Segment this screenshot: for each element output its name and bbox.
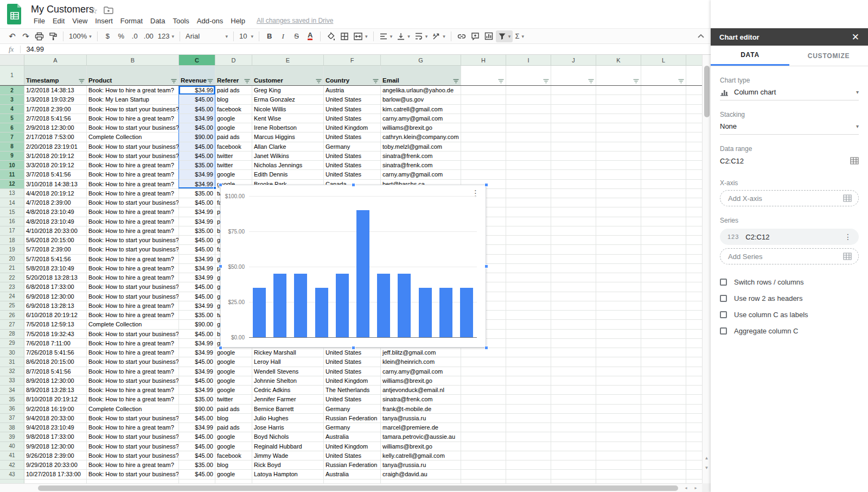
cell-L15[interactable] [641, 207, 686, 217]
cell-F7[interactable]: United States [324, 133, 381, 142]
cell-E42[interactable]: Rick Boyd [252, 461, 324, 470]
menu-insert[interactable]: Insert [91, 16, 117, 26]
row-header-42[interactable]: 42 [0, 461, 24, 470]
cell-J21[interactable] [551, 264, 596, 273]
cell-I23[interactable] [506, 282, 551, 292]
selection-handle[interactable] [484, 346, 488, 350]
cell-C3[interactable]: $45.00 [178, 95, 215, 104]
cell-C37[interactable]: $45.00 [179, 414, 215, 423]
cell-C18[interactable]: $45.00 [179, 236, 215, 245]
cell-D32[interactable]: google [215, 367, 252, 376]
document-title[interactable]: My Customers [31, 4, 94, 15]
cell-K16[interactable] [596, 217, 641, 226]
cell-C22[interactable]: $34.99 [179, 273, 215, 282]
cell-J4[interactable] [551, 105, 596, 114]
row-header-32[interactable]: 32 [0, 367, 24, 376]
row-header-23[interactable]: 23 [0, 282, 24, 292]
cell-L24[interactable] [641, 292, 686, 301]
cell-B32[interactable]: Book: How to hire a great team? [87, 367, 179, 376]
toolbar-text-color[interactable]: A [303, 30, 317, 42]
cell-E43[interactable]: Latoya Hampton [252, 470, 324, 479]
cell-L11[interactable] [641, 170, 686, 179]
toolbar-strikethrough[interactable]: S [290, 30, 303, 42]
cell-B30[interactable]: Book: How to hire a great team? [87, 348, 179, 357]
cell-C6[interactable]: $45.00 [178, 123, 215, 133]
cell-G4[interactable]: kim.catrell@gmail.com [381, 105, 461, 114]
cell-A4[interactable]: 1/7/2018 2:39:00 [24, 105, 87, 114]
cell-J40[interactable] [551, 442, 596, 451]
cell-C19[interactable]: $45.00 [179, 245, 215, 254]
cell-G9[interactable]: sinatra@frenk.com [381, 152, 461, 161]
cell-B28[interactable]: Book: How to start your business? [87, 330, 179, 339]
row-header-12[interactable]: 12 [0, 180, 24, 189]
row-header-1[interactable]: 1 [0, 66, 24, 85]
cell-D6[interactable]: google [215, 123, 252, 133]
cell-L3[interactable] [641, 95, 686, 104]
cell-J41[interactable] [551, 451, 596, 461]
cell-B41[interactable]: Book: How to start your business? [87, 451, 179, 461]
cell-H5[interactable] [461, 114, 506, 123]
cell-K19[interactable] [596, 245, 641, 254]
checkbox-switch-rows-columns[interactable]: Switch rows / columns [720, 276, 859, 287]
checkbox-use-column-c-as-labels[interactable]: Use column C as labels [720, 309, 859, 320]
row-header-19[interactable]: 19 [0, 245, 24, 254]
cell-I42[interactable] [506, 461, 551, 470]
cell-I28[interactable] [506, 330, 551, 339]
row-header-10[interactable]: 10 [0, 161, 24, 170]
cell-H38[interactable] [461, 423, 506, 432]
cell-B38[interactable]: Book: How to hire a great team? [87, 423, 179, 432]
cell-I22[interactable] [506, 273, 551, 282]
cell-F37[interactable]: Russian Federation [324, 414, 381, 423]
cell-C20[interactable]: $34.99 [179, 255, 215, 264]
cell-J33[interactable] [551, 376, 596, 386]
cell-L7[interactable] [641, 133, 686, 142]
cell-I41[interactable] [506, 451, 551, 461]
scroll-right-icon[interactable]: ▸ [692, 484, 699, 492]
cell-J20[interactable] [551, 255, 596, 264]
cell-E10[interactable]: Nicholas Jennings [252, 161, 324, 170]
menu-file[interactable]: File [30, 16, 49, 26]
cell-I7[interactable] [506, 133, 551, 142]
cell-I4[interactable] [506, 105, 551, 114]
toolbar-bold[interactable]: B [263, 30, 276, 42]
filter-header-Email[interactable]: Email [381, 66, 461, 85]
cell-G34[interactable]: antjevonduck@email.nl [381, 386, 461, 395]
column-header-L[interactable]: L [641, 55, 686, 66]
cell-E37[interactable]: Julio Hughes [252, 414, 324, 423]
cell-B26[interactable]: Book: How to hire a great team? [87, 311, 179, 320]
cell-L20[interactable] [641, 255, 686, 264]
cell-I32[interactable] [506, 367, 551, 376]
cell-I8[interactable] [506, 142, 551, 152]
cell-A19[interactable]: 5/7/2018 2:39:00 [24, 245, 87, 254]
cell-K10[interactable] [596, 161, 641, 170]
cell-B37[interactable]: Book: How to start your business? [87, 414, 179, 423]
cell-C9[interactable]: $45.00 [178, 152, 215, 161]
cell-I34[interactable] [506, 386, 551, 395]
filter-header-Customer[interactable]: Customer [252, 66, 324, 85]
cell-G43[interactable]: craigh@david.au [381, 470, 461, 479]
filter-header-J[interactable] [551, 66, 596, 85]
cell-I43[interactable] [506, 470, 551, 479]
cell-E11[interactable]: Edith Dennis [252, 170, 324, 179]
row-header-29[interactable]: 29 [0, 339, 24, 348]
formula-bar[interactable]: fx 34.99 [0, 43, 711, 55]
vertical-scrollbar-thumb[interactable] [704, 66, 710, 117]
cell-B11[interactable]: Book: How to hire a great team? [87, 170, 179, 179]
cell-I2[interactable] [506, 86, 551, 95]
row-header-17[interactable]: 17 [0, 226, 24, 236]
horizontal-scrollbar[interactable]: ◂ ▸ [0, 483, 711, 492]
cell-H32[interactable] [461, 367, 506, 376]
cell-I13[interactable] [506, 189, 551, 198]
toolbar-font-family[interactable]: Arial▾ [183, 30, 230, 42]
toolbar-font-size[interactable]: 10▾ [237, 30, 256, 42]
cell-H37[interactable] [461, 414, 506, 423]
cell-A40[interactable]: 9/9/2018 12:30:00 [24, 442, 87, 451]
selection-handle[interactable] [352, 183, 355, 187]
cell-L9[interactable] [641, 152, 686, 161]
cell-L31[interactable] [641, 357, 686, 367]
cell-A3[interactable]: 1/3/2018 19:03:29 [24, 95, 87, 104]
cell-L38[interactable] [641, 423, 686, 432]
scroll-up-icon[interactable]: ▲ [703, 454, 710, 462]
row-header-31[interactable]: 31 [0, 357, 24, 367]
cell-L39[interactable] [641, 432, 686, 441]
